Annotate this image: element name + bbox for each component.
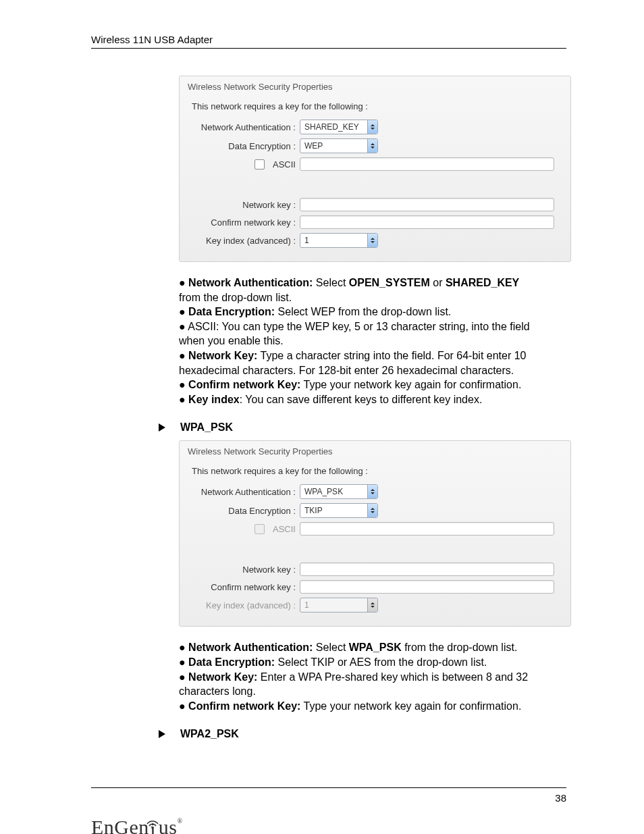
ascii-label-disabled: ASCII	[273, 524, 296, 534]
ascii-label: ASCII	[273, 159, 296, 170]
index-select[interactable]: 1	[300, 233, 378, 248]
engenius-logo: EnGenius®	[91, 816, 183, 834]
security-panel-wpa-psk: Wireless Network Security Properties Thi…	[179, 440, 571, 627]
arrow-right-icon	[159, 730, 165, 738]
enc-label: Data Encryption :	[188, 141, 300, 151]
page-number: 38	[555, 792, 566, 804]
ascii-input[interactable]	[300, 157, 554, 171]
netkey-input[interactable]	[300, 563, 554, 576]
auth-select[interactable]: SHARED_KEY	[300, 120, 378, 134]
enc-value: TKIP	[304, 506, 323, 515]
index-value: 1	[304, 600, 309, 610]
index-label: Key index (advanced) :	[188, 236, 300, 246]
stepper-icon	[367, 139, 377, 153]
stepper-icon	[367, 598, 377, 612]
netkey-label: Network key :	[188, 200, 300, 210]
index-select-disabled: 1	[300, 598, 378, 613]
enc-select[interactable]: TKIP	[300, 503, 378, 518]
heading-wpa2-psk: WPA2_PSK	[159, 728, 566, 740]
enc-label: Data Encryption :	[188, 506, 300, 516]
page-footer: 38	[91, 787, 566, 804]
auth-label: Network Authentication :	[188, 122, 300, 132]
confirm-label: Confirm network key :	[188, 217, 300, 228]
confirm-input[interactable]	[300, 580, 554, 594]
index-label-disabled: Key index (advanced) :	[188, 600, 300, 610]
page-header: Wireless 11N USB Adapter	[91, 34, 566, 49]
security-panel-shared-key: Wireless Network Security Properties Thi…	[179, 76, 571, 262]
stepper-icon	[367, 234, 377, 247]
heading-wpa-psk: WPA_PSK	[159, 421, 566, 434]
panel-intro: This network requires a key for the foll…	[192, 101, 562, 111]
auth-value: WPA_PSK	[304, 487, 343, 496]
ascii-checkbox[interactable]	[254, 159, 265, 170]
netkey-label: Network key :	[188, 565, 300, 575]
enc-select[interactable]: WEP	[300, 138, 378, 153]
enc-value: WEP	[304, 141, 323, 151]
arrow-right-icon	[159, 423, 165, 432]
stepper-icon	[367, 485, 377, 498]
panel-title: Wireless Network Security Properties	[188, 82, 562, 92]
ascii-input[interactable]	[300, 522, 554, 536]
auth-select[interactable]: WPA_PSK	[300, 484, 378, 499]
stepper-icon	[367, 120, 377, 134]
index-value: 1	[304, 236, 309, 245]
auth-value: SHARED_KEY	[304, 122, 359, 132]
confirm-input[interactable]	[300, 215, 554, 229]
panel-title: Wireless Network Security Properties	[188, 446, 562, 457]
svg-text:i: i	[150, 818, 156, 834]
ascii-checkbox-disabled	[254, 524, 265, 534]
stepper-icon	[367, 504, 377, 517]
wifi-icon: i	[146, 816, 159, 834]
description-block-2: ● Network Authentication: Select WPA_PSK…	[179, 640, 557, 713]
auth-label: Network Authentication :	[188, 487, 300, 497]
confirm-label: Confirm network key :	[188, 582, 300, 592]
netkey-input[interactable]	[300, 198, 554, 211]
description-block-1: ● Network Authentication: Select OPEN_SY…	[179, 276, 557, 407]
panel-intro: This network requires a key for the foll…	[192, 466, 562, 476]
